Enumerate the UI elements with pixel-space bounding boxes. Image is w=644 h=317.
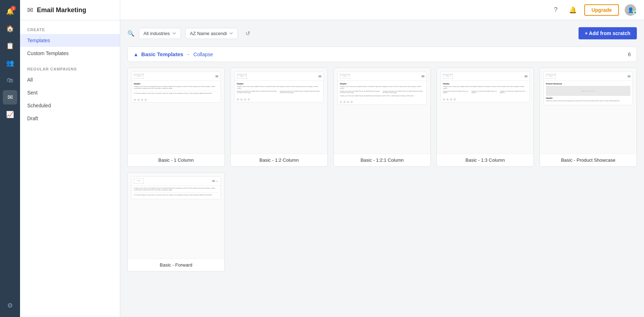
notification-badge: 1 [11,6,16,11]
sidebar-item-sent[interactable]: Sent [20,86,120,99]
icon-bar-analytics[interactable]: 📈 [3,107,17,122]
sidebar-header: ✉ Email Marketing [20,0,120,20]
section-chevron-icon[interactable]: ▲ [133,52,138,57]
icon-bar: 🔔 1 🏠 📋 👥 🛍 ✉ 📈 ⚙ [0,0,20,317]
section-title-separator: - [187,52,189,57]
template-name-13col: Basic - 1:3 Column [437,154,533,166]
chevron-down-icon [172,31,176,35]
main-area: ? 🔔 Upgrade 👤 🔍 All industries AZ Name a… [120,0,644,317]
sidebar-item-all[interactable]: All [20,73,120,86]
reset-button[interactable]: ↺ [242,28,253,39]
add-from-scratch-button[interactable]: + Add from scratch [579,27,637,39]
template-card-121col[interactable]: UPLOAD YOURLOGO ✉ Header Congrats, you'v… [333,68,431,167]
sort-filter[interactable]: AZ Name ascendi [185,28,238,39]
regular-campaigns-label: REGULAR CAMPAIGNS [20,60,120,73]
sidebar-item-draft[interactable]: Draft [20,112,120,125]
template-preview-13col: UPLOAD YOURLOGO ✉ Header Congrats, you'v… [437,68,533,154]
template-name-121col: Basic - 1:2:1 Column [334,154,430,166]
icon-bar-home[interactable]: 🏠 [3,21,17,36]
template-name-1col: Basic - 1 Column [128,154,224,166]
online-indicator [633,11,637,14]
icon-bar-contacts[interactable]: 👥 [3,56,17,70]
chevron-down-icon-2 [229,31,233,35]
template-card-forward[interactable]: Header ✉→ Congrats, you've chosen your t… [127,172,225,272]
filter-bar: 🔍 All industries AZ Name ascendi ↺ + Add… [127,27,637,39]
sidebar: ✉ Email Marketing CREATE Templates Custo… [20,0,120,317]
template-card-1col[interactable]: UPLOAD YOURLOGO ✉ Header Congrats, you'v… [127,68,225,167]
template-name-product: Basic - Product Showcase [540,154,636,166]
email-header-icon: ✉ [27,6,33,14]
collapse-button[interactable]: Collapse [194,52,213,57]
template-preview-1col: UPLOAD YOURLOGO ✉ Header Congrats, you'v… [128,68,224,154]
icon-bar-orders[interactable]: 🛍 [3,73,17,87]
search-icon: 🔍 [127,30,135,37]
content-area: 🔍 All industries AZ Name ascendi ↺ + Add… [120,20,644,317]
icon-bar-campaigns[interactable]: 📋 [3,39,17,53]
template-preview-12col: UPLOAD YOURLOGO ✉ Header Congrats, you'v… [231,68,327,154]
section-header: ▲ Basic Templates - Collapse 6 [127,47,637,62]
template-grid-row1: UPLOAD YOURLOGO ✉ Header Congrats, you'v… [127,68,637,167]
template-preview-121col: UPLOAD YOURLOGO ✉ Header Congrats, you'v… [334,68,430,154]
icon-bar-notifications[interactable]: 🔔 1 [3,4,17,19]
upgrade-button[interactable]: Upgrade [584,4,619,16]
icon-bar-email[interactable]: ✉ [3,90,17,104]
help-icon[interactable]: ? [550,4,561,16]
section-title: Basic Templates [141,51,183,57]
create-section-label: CREATE [20,20,120,34]
template-preview-forward: Header ✉→ Congrats, you've chosen your t… [128,173,224,259]
sidebar-item-templates[interactable]: Templates [20,34,120,47]
app-title: Email Marketing [37,6,86,14]
topbar: ? 🔔 Upgrade 👤 [120,0,644,20]
template-card-12col[interactable]: UPLOAD YOURLOGO ✉ Header Congrats, you'v… [230,68,328,167]
template-preview-product: UPLOAD YOURLOGO ✉ Product Showcase Add a… [540,68,636,154]
template-card-product[interactable]: UPLOAD YOURLOGO ✉ Product Showcase Add a… [540,68,637,167]
bell-icon[interactable]: 🔔 [567,4,579,16]
sidebar-item-scheduled[interactable]: Scheduled [20,99,120,112]
sidebar-item-custom-templates[interactable]: Custom Templates [20,47,120,60]
industry-filter[interactable]: All industries [139,28,181,39]
icon-bar-settings[interactable]: ⚙ [3,298,17,313]
template-grid-row2: Header ✉→ Congrats, you've chosen your t… [127,172,637,272]
section-count: 6 [628,52,631,57]
template-name-12col: Basic - 1:2 Column [231,154,327,166]
template-card-13col[interactable]: UPLOAD YOURLOGO ✉ Header Congrats, you'v… [436,68,534,167]
template-name-forward: Basic - Forward [128,259,224,271]
